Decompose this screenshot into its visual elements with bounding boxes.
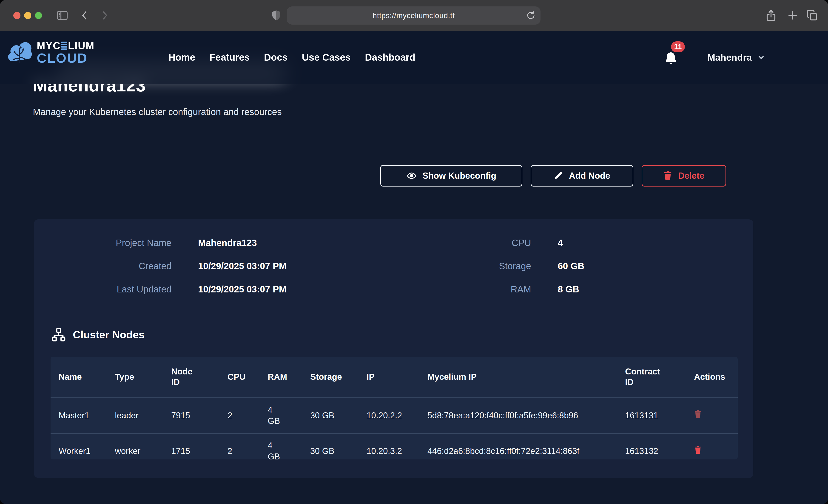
info-value: Mahendra123 (198, 238, 394, 248)
new-tab-icon[interactable] (786, 9, 799, 22)
cell-node-id: 1715 (163, 433, 219, 459)
cluster-actions: Show Kubeconfig Add Node Delete (380, 165, 726, 186)
info-row-storage: Storage 60 GB (394, 261, 753, 271)
network-icon (51, 327, 66, 342)
info-value: 10/29/2025 03:07 PM (198, 261, 394, 271)
url-text: https://myceliumcloud.tf (373, 11, 455, 20)
delete-node-button[interactable] (694, 446, 702, 455)
cell-ram: 4 GB (260, 397, 302, 433)
col-name: Name (50, 357, 107, 397)
nav-features[interactable]: Features (210, 52, 250, 63)
info-label: Created (34, 261, 171, 271)
info-value: 10/29/2025 03:07 PM (198, 284, 394, 294)
logo[interactable]: MYCLIUM CLOUD (7, 40, 94, 65)
details-left: Project Name Mahendra123 Created 10/29/2… (34, 238, 394, 294)
close-icon[interactable] (13, 12, 20, 19)
nav-use-cases[interactable]: Use Cases (302, 52, 350, 63)
info-value: 8 GB (558, 284, 753, 294)
add-node-button[interactable]: Add Node (531, 165, 633, 186)
cell-type: worker (107, 433, 163, 459)
cell-mycelium-ip: 446:d2a6:8bcd:8c16:ff0f:72e2:3114:863f (419, 433, 617, 459)
cell-contract-id: 1613131 (617, 397, 686, 433)
cell-ram: 4 GB (260, 433, 302, 459)
address-bar[interactable]: https://myceliumcloud.tf (287, 6, 540, 25)
eye-icon (407, 171, 417, 181)
cluster-nodes-heading: Cluster Nodes (51, 327, 144, 342)
cell-name: Master1 (50, 397, 107, 433)
browser-window: https://myceliumcloud.tf Mahendra123 (0, 0, 828, 504)
chevron-down-icon (757, 53, 765, 61)
cell-mycelium-ip: 5d8:78ea:a120:f40c:ff0f:a5fe:99e6:8b96 (419, 397, 617, 433)
user-menu[interactable]: Mahendra (707, 31, 765, 84)
back-icon[interactable] (79, 9, 90, 22)
info-row-last-updated: Last Updated 10/29/2025 03:07 PM (34, 284, 394, 294)
cell-contract-id: 1613132 (617, 433, 686, 459)
cluster-details-card: Project Name Mahendra123 Created 10/29/2… (34, 219, 753, 478)
cell-type: leader (107, 397, 163, 433)
logo-text: MYCLIUM CLOUD (37, 41, 94, 65)
cell-cpu: 2 (219, 433, 260, 459)
info-label: Last Updated (34, 284, 171, 294)
cell-actions (686, 433, 738, 459)
minimize-icon[interactable] (24, 12, 31, 19)
zoom-icon[interactable] (35, 12, 42, 19)
tab-overview-icon[interactable] (806, 9, 819, 22)
col-contract-id: Contract ID (617, 357, 686, 397)
nav-home[interactable]: Home (168, 52, 195, 63)
site-navbar: MYCLIUM CLOUD Home Features Docs Use Cas… (0, 31, 828, 84)
cell-ip: 10.20.3.2 (359, 433, 419, 459)
delete-node-button[interactable] (694, 410, 702, 419)
nav-links: Home Features Docs Use Cases Dashboard (168, 31, 415, 84)
page-subtitle: Manage your Kubernetes cluster configura… (33, 107, 282, 117)
info-row-created: Created 10/29/2025 03:07 PM (34, 261, 394, 271)
col-node-id: Node ID (163, 357, 219, 397)
info-value: 60 GB (558, 261, 753, 271)
logo-line1: MYCLIUM (37, 41, 94, 51)
col-mycelium-ip: Mycelium IP (419, 357, 617, 397)
site-content: Mahendra123 (0, 31, 828, 504)
col-type: Type (107, 357, 163, 397)
sidebar-icon[interactable] (56, 9, 69, 22)
table-row: Worker1 worker 1715 2 4 GB 30 GB 10.20.3… (50, 433, 738, 459)
info-row-ram: RAM 8 GB (394, 284, 753, 294)
cell-actions (686, 397, 738, 433)
cell-cpu: 2 (219, 397, 260, 433)
cell-name: Worker1 (50, 433, 107, 459)
notification-badge: 11 (671, 41, 685, 52)
delete-cluster-button[interactable]: Delete (641, 165, 726, 186)
share-icon[interactable] (764, 9, 778, 22)
cluster-details: Project Name Mahendra123 Created 10/29/2… (34, 238, 753, 294)
col-cpu: CPU (219, 357, 260, 397)
logo-line2: CLOUD (37, 51, 94, 65)
nav-dashboard[interactable]: Dashboard (365, 52, 415, 63)
info-row-cpu: CPU 4 (394, 238, 753, 248)
trash-icon (663, 171, 672, 180)
cell-storage: 30 GB (302, 397, 359, 433)
info-label: Project Name (34, 238, 171, 248)
logo-cloud-icon (7, 40, 33, 65)
info-label: CPU (394, 238, 531, 248)
table-header-row: Name Type Node ID CPU RAM Storage IP Myc… (50, 357, 738, 397)
refresh-icon[interactable] (526, 10, 536, 20)
shield-icon (270, 9, 282, 22)
pencil-icon (554, 171, 563, 180)
notifications-bell[interactable]: 11 (663, 51, 679, 67)
info-label: Storage (394, 261, 531, 271)
browser-chrome: https://myceliumcloud.tf (0, 0, 828, 31)
details-right: CPU 4 Storage 60 GB RAM 8 GB (394, 238, 753, 294)
show-kubeconfig-button[interactable]: Show Kubeconfig (380, 165, 522, 186)
info-value: 4 (558, 238, 753, 248)
traffic-lights (13, 12, 42, 19)
cell-node-id: 7915 (163, 397, 219, 433)
col-ip: IP (359, 357, 419, 397)
trash-icon (694, 446, 702, 454)
info-row-project-name: Project Name Mahendra123 (34, 238, 394, 248)
trash-icon (694, 410, 702, 419)
info-label: RAM (394, 284, 531, 294)
cell-ip: 10.20.2.2 (359, 397, 419, 433)
forward-icon[interactable] (99, 9, 111, 22)
table-row: Master1 leader 7915 2 4 GB 30 GB 10.20.2… (50, 397, 738, 433)
nav-docs[interactable]: Docs (264, 52, 288, 63)
col-actions: Actions (686, 357, 738, 397)
bell-icon (663, 51, 678, 67)
